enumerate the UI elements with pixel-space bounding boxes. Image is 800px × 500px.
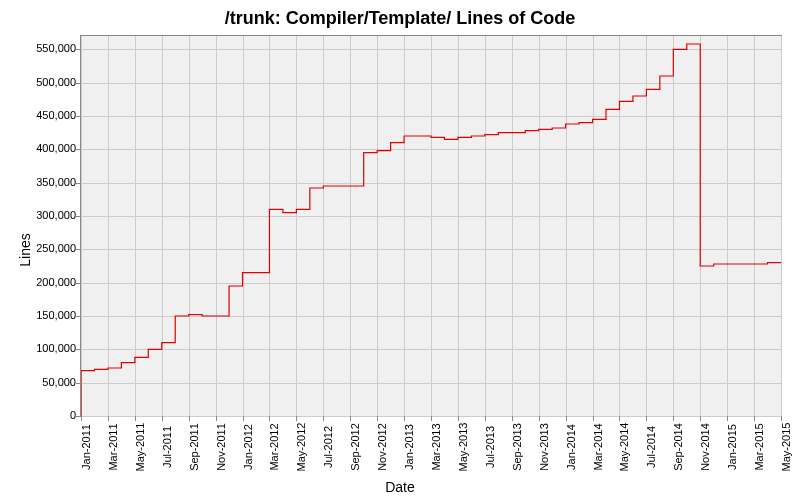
y-axis-label: Lines bbox=[17, 233, 33, 266]
y-tick-label: 200,000 bbox=[36, 276, 76, 288]
x-tick-label: Sep-2013 bbox=[511, 423, 523, 471]
x-tick-label: Sep-2011 bbox=[188, 423, 200, 471]
x-tick-label: Nov-2013 bbox=[538, 423, 550, 471]
y-tick-label: 150,000 bbox=[36, 309, 76, 321]
y-tick-label: 550,000 bbox=[36, 42, 76, 54]
x-tick-label: Sep-2014 bbox=[672, 423, 684, 471]
y-tick-label: 250,000 bbox=[36, 242, 76, 254]
y-tick-label: 400,000 bbox=[36, 142, 76, 154]
line-series bbox=[81, 36, 781, 416]
x-tick-label: Jul-2011 bbox=[161, 426, 173, 468]
x-tick-label: Mar-2014 bbox=[592, 423, 604, 470]
x-tick-label: Jan-2014 bbox=[565, 424, 577, 470]
x-tick-label: May-2012 bbox=[295, 423, 307, 472]
x-tick-label: Jan-2011 bbox=[80, 424, 92, 470]
y-tick-label: 50,000 bbox=[42, 376, 76, 388]
chart-title: /trunk: Compiler/Template/ Lines of Code bbox=[0, 8, 800, 29]
y-tick-label: 0 bbox=[70, 409, 76, 421]
y-tick-label: 450,000 bbox=[36, 109, 76, 121]
x-tick-label: Jan-2015 bbox=[726, 424, 738, 470]
x-tick-label: Jan-2013 bbox=[403, 424, 415, 470]
x-tick-label: Jul-2012 bbox=[322, 426, 334, 468]
y-tick-label: 300,000 bbox=[36, 209, 76, 221]
x-tick-label: Mar-2012 bbox=[268, 423, 280, 470]
x-tick-label: Nov-2012 bbox=[376, 423, 388, 471]
x-tick-label: Jan-2012 bbox=[242, 424, 254, 470]
x-tick-label: May-2011 bbox=[134, 423, 146, 472]
x-axis-label: Date bbox=[385, 479, 415, 495]
x-tick-label: Nov-2011 bbox=[215, 423, 227, 471]
y-tick-label: 100,000 bbox=[36, 342, 76, 354]
y-tick-label: 500,000 bbox=[36, 76, 76, 88]
y-tick-label: 350,000 bbox=[36, 176, 76, 188]
plot-area bbox=[80, 35, 782, 417]
x-tick-label: May-2013 bbox=[457, 423, 469, 472]
chart-container: /trunk: Compiler/Template/ Lines of Code… bbox=[0, 0, 800, 500]
x-tick-label: Sep-2012 bbox=[349, 423, 361, 471]
x-tick-label: Jul-2014 bbox=[645, 426, 657, 468]
x-tick-label: Jul-2013 bbox=[484, 426, 496, 468]
x-tick-label: Mar-2015 bbox=[753, 423, 765, 470]
x-tick-label: Mar-2013 bbox=[430, 423, 442, 470]
x-tick-label: May-2014 bbox=[618, 423, 630, 472]
x-tick-label: Mar-2011 bbox=[107, 423, 119, 470]
x-tick-label: Nov-2014 bbox=[699, 423, 711, 471]
x-tick-label: May-2015 bbox=[780, 423, 792, 472]
